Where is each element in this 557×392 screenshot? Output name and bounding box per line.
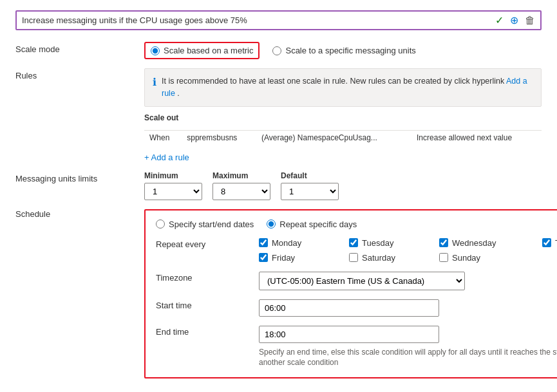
repeat-days-option[interactable]: Repeat specific days — [267, 219, 357, 229]
title-bar: ✓ ⊕ 🗑 — [15, 10, 542, 30]
day-wednesday[interactable]: Wednesday — [439, 238, 542, 248]
scale-mode-section: Scale mode Scale based on a metric Scale… — [15, 42, 542, 59]
navigate-icon[interactable]: ⊕ — [510, 14, 518, 26]
repeat-every-row: Repeat every Monday Tuesday — [156, 238, 557, 263]
col-action — [411, 125, 542, 131]
label-friday: Friday — [272, 253, 295, 263]
label-monday: Monday — [272, 238, 301, 248]
schedule-outer-label: Schedule — [15, 209, 144, 219]
scale-specific-option[interactable]: Scale to a specific messaging units — [272, 46, 415, 55]
rules-content: ℹ It is recommended to have at least one… — [144, 68, 542, 162]
start-time-label: Start time — [156, 299, 259, 310]
specify-dates-radio[interactable] — [156, 219, 165, 229]
specify-dates-label: Specify start/end dates — [169, 219, 254, 229]
add-rule-button[interactable]: + Add a rule — [144, 153, 189, 162]
default-group: Default 1 — [281, 171, 339, 200]
scale-specific-radio[interactable] — [272, 46, 281, 55]
scale-metric-label: Scale based on a metric — [164, 46, 253, 55]
rules-table: When sppremsbusns (Average) NamespaceCpu… — [144, 125, 542, 145]
cell-when: When — [144, 130, 182, 145]
minimum-select[interactable]: 1 — [144, 183, 202, 200]
maximum-group: Maximum 8 — [212, 171, 270, 200]
confirm-icon[interactable]: ✓ — [495, 14, 504, 26]
label-tuesday: Tuesday — [362, 238, 393, 248]
schedule-box-content: Specify start/end dates Repeat specific … — [144, 209, 557, 379]
checkbox-tuesday[interactable] — [349, 238, 358, 247]
scale-mode-options: Scale based on a metric Scale to a speci… — [144, 42, 542, 59]
repeat-days-radio[interactable] — [267, 219, 276, 229]
schedule-box: Specify start/end dates Repeat specific … — [144, 209, 557, 379]
scale-metric-radio[interactable] — [151, 46, 160, 55]
start-time-input[interactable] — [259, 299, 439, 317]
label-wednesday: Wednesday — [452, 238, 496, 248]
cell-action: Increase allowed next value — [411, 130, 542, 145]
condition-title-input[interactable] — [22, 15, 495, 25]
minimum-group: Minimum 1 — [144, 171, 202, 200]
day-friday[interactable]: Friday — [259, 253, 349, 263]
messaging-units-content: Minimum 1 Maximum 8 Default 1 — [144, 171, 542, 200]
checkbox-thursday[interactable] — [542, 238, 551, 247]
repeat-every-content: Monday Tuesday Wednesday — [259, 238, 557, 263]
timezone-content: (UTC-05:00) Eastern Time (US & Canada) — [259, 272, 557, 290]
specify-dates-option[interactable]: Specify start/end dates — [156, 219, 254, 229]
col-resource — [182, 125, 256, 131]
schedule-options-row: Specify start/end dates Repeat specific … — [156, 219, 557, 229]
minimum-label: Minimum — [144, 171, 202, 180]
checkbox-saturday[interactable] — [349, 253, 358, 262]
label-saturday: Saturday — [362, 253, 395, 263]
checkbox-sunday[interactable] — [439, 253, 448, 262]
rules-info-text: It is recommended to have at least one s… — [162, 75, 533, 100]
maximum-label: Maximum — [212, 171, 270, 180]
checkbox-monday[interactable] — [259, 238, 268, 247]
timezone-label: Timezone — [156, 272, 259, 283]
col-metric — [256, 125, 411, 131]
days-grid: Monday Tuesday Wednesday — [259, 238, 557, 263]
info-icon: ℹ — [153, 76, 156, 88]
scale-out-label: Scale out — [144, 113, 542, 122]
end-time-row: End time Specify an end time, else this … — [156, 326, 557, 369]
messaging-units-section: Messaging units limits Minimum 1 Maximum… — [15, 171, 542, 200]
day-sunday[interactable]: Sunday — [439, 253, 542, 263]
messaging-units-label: Messaging units limits — [15, 171, 144, 183]
default-select[interactable]: 1 — [281, 183, 339, 200]
day-saturday[interactable]: Saturday — [349, 253, 439, 263]
table-row: When sppremsbusns (Average) NamespaceCpu… — [144, 130, 542, 145]
rules-section: Rules ℹ It is recommended to have at lea… — [15, 68, 542, 162]
schedule-options: Specify start/end dates Repeat specific … — [156, 219, 557, 229]
delete-icon[interactable]: 🗑 — [525, 15, 535, 26]
end-time-input[interactable] — [259, 326, 439, 343]
timezone-select[interactable]: (UTC-05:00) Eastern Time (US & Canada) — [259, 272, 465, 290]
checkbox-wednesday[interactable] — [439, 238, 448, 247]
scale-metric-option[interactable]: Scale based on a metric — [144, 42, 260, 59]
day-tuesday[interactable]: Tuesday — [349, 238, 439, 248]
repeat-days-label: Repeat specific days — [279, 219, 357, 229]
cell-metric: (Average) NamespaceCpuUsag... — [256, 130, 411, 145]
scale-specific-label: Scale to a specific messaging units — [285, 46, 415, 55]
cell-resource: sppremsbusns — [182, 130, 256, 145]
start-time-content — [259, 299, 557, 317]
rules-info-box: ℹ It is recommended to have at least one… — [144, 68, 542, 107]
timezone-row: Timezone (UTC-05:00) Eastern Time (US & … — [156, 272, 557, 290]
default-label: Default — [281, 171, 339, 180]
col-when — [144, 125, 182, 131]
end-time-note: Specify an end time, else this scale con… — [259, 347, 557, 369]
start-time-row: Start time — [156, 299, 557, 317]
label-sunday: Sunday — [452, 253, 480, 263]
repeat-every-label: Repeat every — [156, 238, 259, 249]
rules-label: Rules — [15, 68, 144, 80]
end-time-content: Specify an end time, else this scale con… — [259, 326, 557, 369]
day-monday[interactable]: Monday — [259, 238, 349, 248]
scale-mode-label: Scale mode — [15, 42, 144, 54]
day-thursday[interactable]: Thursday — [542, 238, 557, 248]
checkbox-friday[interactable] — [259, 253, 268, 262]
maximum-select[interactable]: 8 — [212, 183, 270, 200]
end-time-label: End time — [156, 326, 259, 337]
schedule-outer-section: Schedule Specify start/end dates — [15, 209, 542, 379]
